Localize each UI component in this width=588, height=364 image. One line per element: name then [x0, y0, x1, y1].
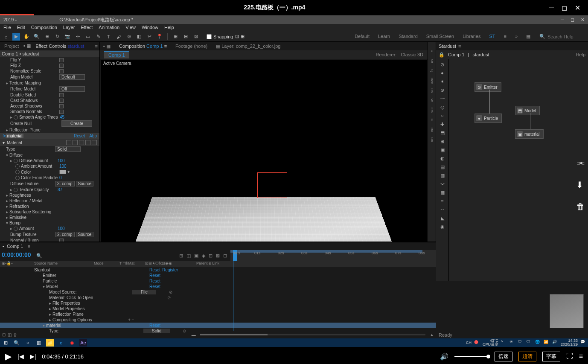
zoom-tool-icon[interactable]: 🔍 [33, 33, 41, 41]
material-reset-link[interactable]: Reset [74, 134, 85, 138]
minimize-icon[interactable]: ─ [549, 4, 554, 12]
palette-particle-icon[interactable]: ● [438, 70, 447, 76]
tray-shield-icon[interactable]: 🛡 [518, 340, 524, 346]
caret-icon[interactable]: ▸ [6, 193, 8, 198]
stopwatch-icon[interactable] [15, 170, 20, 174]
stardust-panel-title[interactable]: Stardust [439, 44, 456, 49]
world-axis-icon[interactable]: ⊟ [182, 33, 189, 41]
play-button-icon[interactable]: ▶ [5, 351, 12, 361]
palette-space-deform-icon[interactable]: ▦ [438, 189, 447, 196]
caret-icon[interactable]: ▸ [10, 115, 12, 119]
snap-opt2-icon[interactable]: ⊞ [241, 34, 245, 39]
palette-aux-icon[interactable]: ○ [438, 112, 447, 119]
comp-sub-tab[interactable]: Comp 1 [104, 51, 129, 58]
tab-layer[interactable]: ▦ Layer: comp_22_b_color.jpg [216, 44, 280, 49]
after-effects-taskbar-icon[interactable]: Ae [79, 339, 87, 347]
node-material[interactable]: ▣material [515, 129, 544, 139]
caret-icon[interactable]: ▸ [49, 317, 51, 322]
delete-icon[interactable]: 🗑 [576, 202, 585, 212]
anchor-tool-icon[interactable]: ⊹ [74, 33, 82, 41]
rect-tool-icon[interactable]: ▭ [84, 33, 92, 41]
palette-turb-icon[interactable]: 〰 [438, 95, 447, 102]
tl-zoom-in-icon[interactable]: ▲ [430, 332, 434, 337]
caret-icon[interactable]: ▸ [10, 226, 12, 231]
panel-menu-icon[interactable]: ≡ [95, 44, 98, 49]
caret-icon[interactable]: ▸ [6, 128, 8, 132]
flip-z-checkbox[interactable] [59, 64, 64, 68]
menu-edit[interactable]: Edit [17, 25, 25, 31]
timeline-row-particle[interactable]: ParticleReset [0, 278, 436, 284]
workspace-small-screen[interactable]: Small Screen [426, 34, 454, 39]
col-mode[interactable]: Mode [94, 261, 119, 267]
color-from-particle-value[interactable]: 0 [59, 175, 62, 180]
palette-connect-icon[interactable]: ⫘ [438, 181, 447, 187]
stardust-lock-icon[interactable]: 🔒 [439, 52, 445, 58]
caret-down-icon[interactable]: ▾ [6, 221, 8, 225]
menu-help[interactable]: Help [164, 25, 174, 31]
palette-shadow-icon[interactable]: ◣ [438, 215, 447, 221]
strip-item-ra[interactable]: Ra [428, 87, 435, 93]
playlist-icon[interactable]: ≡ [579, 352, 583, 360]
smooth-angle-value[interactable]: 45 [60, 115, 64, 119]
mat-toggle-1[interactable] [66, 140, 71, 145]
bump-amount-value[interactable]: 100 [58, 226, 65, 231]
volume-slider[interactable] [454, 356, 489, 357]
color-swatch[interactable] [59, 170, 66, 174]
col-parent[interactable]: Parent & Link [196, 261, 230, 267]
tl-tool-4-icon[interactable]: ◈ [202, 253, 205, 259]
model-source-dropdown[interactable]: File [132, 290, 156, 294]
mat-type-dropdown[interactable]: Solid [55, 146, 81, 152]
menu-view[interactable]: View [125, 25, 136, 31]
strip-menu-icon[interactable]: ≡ [428, 48, 435, 54]
strip-item-c[interactable]: C [428, 117, 435, 123]
workspace-libraries[interactable]: Libraries [463, 34, 480, 39]
pen-tool-icon[interactable]: ✎ [94, 33, 102, 41]
reset-link[interactable]: Reset [149, 279, 160, 283]
home-tool-icon[interactable]: ⌂ [2, 33, 10, 41]
align-model-dropdown[interactable]: Default [59, 74, 85, 80]
download-icon[interactable]: ⬇ [576, 180, 585, 190]
search-help-input[interactable] [547, 34, 584, 39]
app-red-icon[interactable]: ◉ [68, 339, 76, 347]
mat-toggle-5[interactable] [92, 140, 97, 145]
diffuse-texture-src-dropdown[interactable]: Source [76, 181, 94, 186]
refine-model-dropdown[interactable]: Off [59, 86, 85, 92]
view-axis-icon[interactable]: ⊠ [192, 33, 200, 41]
palette-vol-icon[interactable]: ▥ [438, 172, 447, 179]
workspace-standard[interactable]: Standard [399, 34, 418, 39]
palette-material-icon[interactable]: ▣ [438, 146, 447, 153]
menu-layer[interactable]: Layer [63, 25, 75, 31]
workspace-default[interactable]: Default [355, 34, 370, 39]
palette-emitter-icon[interactable]: ⊙ [438, 61, 447, 68]
tl-footer-toggle-icon[interactable]: ⊡ [2, 332, 6, 337]
next-track-icon[interactable]: ▶| [30, 353, 36, 360]
stamp-tool-icon[interactable]: ⊛ [125, 33, 133, 41]
mat-toggle-3[interactable] [79, 140, 84, 145]
bump-texture-src-dropdown[interactable]: Source [76, 232, 94, 237]
eraser-tool-icon[interactable]: ◧ [135, 33, 143, 41]
caret-icon[interactable]: ▸ [49, 312, 51, 317]
strip-item-fra[interactable]: Fra [428, 107, 435, 113]
palette-transform-icon[interactable]: ✚ [438, 121, 447, 128]
selection-tool-icon[interactable]: ▶ [12, 33, 20, 41]
maximize-icon[interactable]: ◻ [562, 4, 567, 12]
stopwatch-icon[interactable] [14, 188, 18, 192]
col-trkmat[interactable]: T TrkMat [119, 261, 145, 267]
strip-item-w[interactable]: W [428, 97, 435, 103]
caret-icon[interactable]: ▸ [6, 198, 8, 203]
ae-minimize-icon[interactable]: ─ [561, 17, 564, 23]
stopwatch-icon[interactable] [15, 164, 20, 169]
stopwatch-icon[interactable] [15, 176, 20, 180]
start-button-icon[interactable]: ⊞ [2, 339, 9, 347]
material-effect-header[interactable]: fx material Reset Abo [0, 133, 99, 139]
timeline-row-compositing[interactable]: ▸Compositing Options+ − [0, 317, 436, 323]
tl-tool-5-icon[interactable]: ⊡ [209, 253, 212, 259]
smooth-normals-checkbox[interactable] [59, 110, 64, 114]
palette-field-icon[interactable]: ◎ [438, 104, 447, 111]
subtitle-button[interactable]: 字幕 [542, 352, 560, 361]
plus-minus-icon[interactable]: + − [128, 317, 134, 322]
create-null-button[interactable]: Create [61, 120, 92, 127]
camera-tool-icon[interactable]: 📷 [64, 33, 71, 41]
texture-opacity-value[interactable]: 87 [58, 187, 62, 192]
prev-track-icon[interactable]: |◀ [17, 353, 24, 360]
